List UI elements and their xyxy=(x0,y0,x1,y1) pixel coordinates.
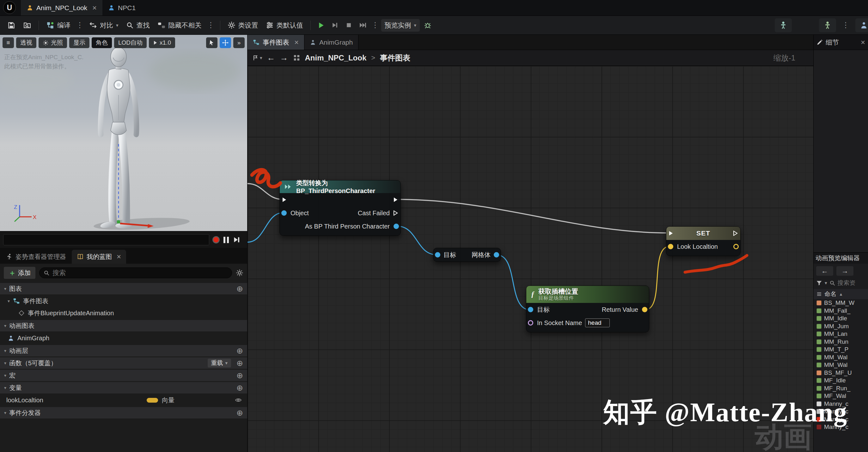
step-forward-button[interactable] xyxy=(232,236,241,244)
svg-text:Z: Z xyxy=(14,204,17,210)
filter-funnel-icon[interactable] xyxy=(816,280,823,286)
debug-object-button[interactable] xyxy=(421,18,435,32)
asset-row[interactable]: MM_Idle xyxy=(814,315,868,322)
history-forward-button[interactable]: → xyxy=(836,266,854,276)
section-macros[interactable]: ▾宏 ⊕ xyxy=(0,370,247,381)
add-function-icon[interactable]: ⊕ xyxy=(237,359,243,367)
playback-kebab[interactable]: ⋮ xyxy=(370,21,380,29)
preview-instance-dropdown[interactable]: 预览实例▾ xyxy=(381,19,420,32)
variable-row-looklocaltion[interactable]: lookLocaltion 向量 xyxy=(0,394,247,406)
hide-unrelated-button[interactable]: 隐藏不相关 xyxy=(154,18,205,32)
section-graphs[interactable]: ▾图表 ⊕ xyxy=(0,283,247,294)
viewport-menu-button[interactable]: ≡ xyxy=(3,37,14,48)
anim-blueprint-icon xyxy=(27,4,33,11)
frame-advance-button[interactable] xyxy=(329,19,342,32)
asset-row[interactable]: MM_Fall_ xyxy=(814,307,868,315)
asset-row[interactable]: BS_MF_U xyxy=(814,369,868,377)
show-menu-button[interactable]: 显示 xyxy=(69,37,89,48)
asset-row[interactable]: MM_T_P xyxy=(814,346,868,354)
back-arrow-button[interactable]: ← xyxy=(267,53,275,63)
find-button[interactable]: 查找 xyxy=(123,18,153,32)
asset-row[interactable]: BS_MM_W xyxy=(814,299,868,307)
move-tool-button[interactable] xyxy=(220,37,231,48)
preview-mesh-button[interactable] xyxy=(775,18,792,32)
doc-tab-event-graph[interactable]: 事件图表 × xyxy=(248,35,304,50)
section-animation-layers[interactable]: ▾动画层 ⊕ xyxy=(0,345,247,357)
animation-preview-editor-title[interactable]: 动画预览编辑器 xyxy=(814,252,868,264)
bookmarks-dropdown[interactable]: ▾ xyxy=(252,54,262,61)
character-menu-button[interactable]: 角色 xyxy=(92,37,112,48)
panel-settings-gear-icon[interactable] xyxy=(236,269,243,277)
add-dispatcher-icon[interactable]: ⊕ xyxy=(237,409,243,417)
play-button[interactable] xyxy=(314,19,328,32)
doc-tab-animgraph[interactable]: AnimGraph xyxy=(304,35,359,50)
pause-button[interactable] xyxy=(223,237,229,243)
save-button[interactable] xyxy=(4,18,19,32)
lit-mode-button[interactable]: 光照 xyxy=(38,37,67,48)
compile-button[interactable]: 编译 xyxy=(43,18,74,32)
window-tab-npc1[interactable]: NPC1 xyxy=(102,0,141,16)
add-new-button[interactable]: ＋添加 xyxy=(4,267,35,279)
tree-item-blueprint-update-animation[interactable]: 事件BlueprintUpdateAnimation xyxy=(0,307,247,319)
asset-row[interactable]: MF_Run_ xyxy=(814,385,868,393)
add-graph-icon[interactable]: ⊕ xyxy=(237,285,243,293)
chevron-down-icon: ▾ xyxy=(825,280,827,286)
asset-name-column-header[interactable]: 命名 ▲ xyxy=(814,289,868,299)
hide-unrelated-kebab[interactable]: ⋮ xyxy=(206,21,216,29)
window-kebab[interactable]: ⋮ xyxy=(840,21,851,29)
override-dropdown[interactable]: 重载▾ xyxy=(208,359,231,367)
section-animation-graphs[interactable]: ▾动画图表 xyxy=(0,320,247,331)
class-settings-button[interactable]: 类设置 xyxy=(224,18,262,32)
eye-slash-icon[interactable] xyxy=(235,396,242,404)
edge-clipped-button[interactable] xyxy=(855,18,868,32)
breadcrumb-current[interactable]: 事件图表 xyxy=(380,53,410,63)
section-functions[interactable]: ▾函数（5可覆盖） 重载▾ ⊕ xyxy=(0,357,247,369)
add-variable-icon[interactable]: ⊕ xyxy=(237,384,243,392)
select-tool-button[interactable] xyxy=(206,37,217,48)
tab-my-blueprint[interactable]: 我的蓝图 × xyxy=(72,250,126,264)
diff-button[interactable]: 对比▾ xyxy=(86,18,122,32)
tab-details[interactable]: 细节 xyxy=(826,38,839,47)
preview-viewport[interactable]: ≡ 透视 光照 显示 角色 LOD自动 x1.0 » xyxy=(0,35,247,231)
asset-row[interactable]: MM_Lan xyxy=(814,330,868,338)
lod-button[interactable]: LOD自动 xyxy=(114,37,147,48)
history-back-button[interactable]: ← xyxy=(816,266,833,276)
class-defaults-button[interactable]: 类默认值 xyxy=(262,18,307,32)
breadcrumb-root[interactable]: Anim_NPC_Look xyxy=(305,54,367,62)
expand-toolbar-chevron[interactable]: » xyxy=(233,37,245,48)
forward-arrow-button[interactable]: → xyxy=(280,53,288,63)
unreal-logo-icon[interactable]: U xyxy=(3,1,16,14)
close-tab-icon[interactable]: × xyxy=(92,3,97,12)
perspective-button[interactable]: 透视 xyxy=(16,37,36,48)
asset-row[interactable]: MM_Wal xyxy=(814,361,868,369)
tab-pose-watch-manager[interactable]: 姿势查看器管理器 xyxy=(1,250,71,264)
window-tab-anim-npc-look[interactable]: Anim_NPC_Look × xyxy=(21,0,102,16)
asset-search-input[interactable] xyxy=(838,280,860,286)
add-macro-icon[interactable]: ⊕ xyxy=(237,372,243,379)
close-panel-icon[interactable]: × xyxy=(861,38,865,47)
record-button[interactable] xyxy=(212,236,220,244)
playback-speed-button[interactable]: x1.0 xyxy=(149,37,175,48)
skip-to-end-button[interactable] xyxy=(356,19,370,32)
stop-button[interactable] xyxy=(342,19,355,32)
asset-row[interactable]: MM_Wal xyxy=(814,354,868,362)
search-input[interactable] xyxy=(53,269,227,277)
graph-canvas[interactable]: 类型转换为 BP_ThirdPersonCharacter Object Cas… xyxy=(248,66,813,452)
preview-skeleton-button[interactable] xyxy=(819,18,836,32)
asset-row[interactable]: MF_Idle xyxy=(814,377,868,385)
add-animation-layer-icon[interactable]: ⊕ xyxy=(237,347,243,355)
compile-options-kebab[interactable]: ⋮ xyxy=(74,21,85,29)
close-tab-icon[interactable]: × xyxy=(117,252,121,261)
asset-row[interactable]: MM_Jum xyxy=(814,322,868,331)
section-event-dispatchers[interactable]: ▾事件分发器 ⊕ xyxy=(0,407,247,419)
asset-browser-nav: ← → xyxy=(814,264,868,278)
browse-button[interactable] xyxy=(20,18,35,32)
tree-item-animgraph[interactable]: AnimGraph xyxy=(0,332,247,344)
blueprint-search-box[interactable] xyxy=(39,267,232,278)
asset-row[interactable]: MM_Run xyxy=(814,338,868,346)
tree-item-event-graph[interactable]: ▾ 事件图表 xyxy=(0,295,247,307)
search-icon xyxy=(830,280,835,286)
section-variables[interactable]: ▾变量 ⊕ xyxy=(0,382,247,393)
close-tab-icon[interactable]: × xyxy=(294,38,299,47)
timeline-scrubber[interactable] xyxy=(3,234,209,245)
